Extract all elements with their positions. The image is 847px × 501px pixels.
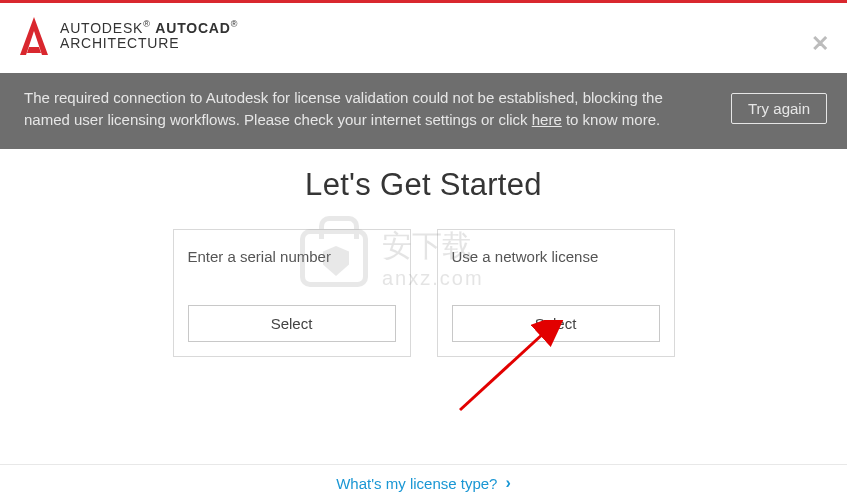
reg-mark: ® [143, 19, 150, 29]
footer: What's my license type? › [0, 464, 847, 501]
chevron-right-icon: › [505, 474, 510, 492]
brand-name: AUTODESK [60, 20, 143, 36]
banner-here-link[interactable]: here [532, 111, 562, 128]
product-name: AUTOCAD [155, 20, 230, 36]
card-network-license: Use a network license Select [437, 229, 675, 357]
license-options: Enter a serial number Select Use a netwo… [0, 229, 847, 357]
card-serial-label: Enter a serial number [188, 248, 396, 265]
banner-text-2: to know more. [562, 111, 660, 128]
banner-message: The required connection to Autodesk for … [24, 87, 664, 131]
logo-text: AUTODESK® AUTOCAD® ARCHITECTURE [60, 20, 238, 51]
card-serial-number: Enter a serial number Select [173, 229, 411, 357]
card-network-label: Use a network license [452, 248, 660, 265]
license-type-help-link[interactable]: What's my license type? › [336, 474, 511, 492]
product-subline: ARCHITECTURE [60, 36, 238, 51]
main-content: Let's Get Started Enter a serial number … [0, 149, 847, 357]
try-again-button[interactable]: Try again [731, 93, 827, 124]
close-button[interactable]: ✕ [811, 33, 829, 55]
page-title: Let's Get Started [0, 167, 847, 203]
logo-line1: AUTODESK® AUTOCAD® [60, 20, 238, 36]
reg-mark-2: ® [231, 19, 238, 29]
select-serial-button[interactable]: Select [188, 305, 396, 342]
product-logo: AUTODESK® AUTOCAD® ARCHITECTURE [20, 17, 238, 55]
autodesk-a-icon [20, 17, 48, 55]
footer-link-text: What's my license type? [336, 475, 497, 492]
warning-banner: The required connection to Autodesk for … [0, 73, 847, 149]
header: AUTODESK® AUTOCAD® ARCHITECTURE ✕ [0, 3, 847, 73]
close-icon: ✕ [811, 31, 829, 56]
select-network-button[interactable]: Select [452, 305, 660, 342]
